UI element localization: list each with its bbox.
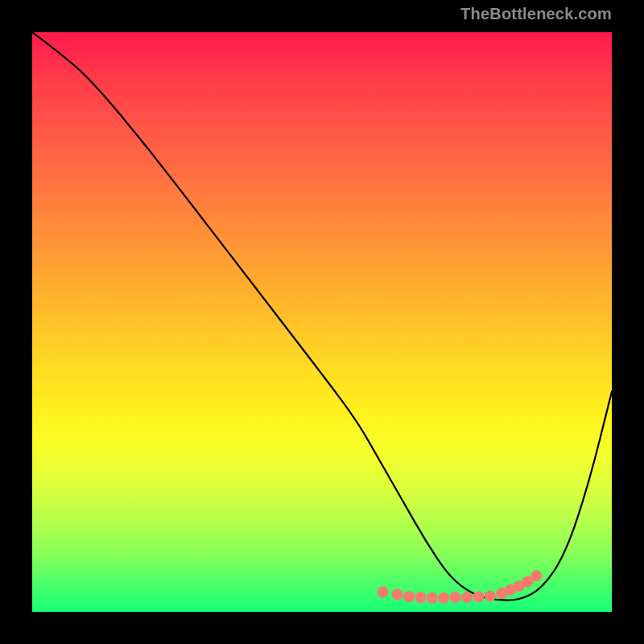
chart-svg — [32, 32, 612, 612]
highlight-dot — [427, 592, 438, 604]
highlight-dot — [530, 570, 542, 581]
highlight-dot — [403, 591, 415, 602]
highlight-dot — [415, 592, 426, 603]
plot-area — [32, 32, 612, 612]
highlight-dot — [378, 587, 389, 598]
highlight-dot — [450, 592, 461, 603]
watermark-text: TheBottleneck.com — [460, 5, 612, 23]
chart-frame: TheBottleneck.com — [0, 0, 644, 644]
highlight-dot — [485, 591, 496, 602]
curve-line — [32, 32, 612, 601]
highlight-dot — [438, 592, 449, 604]
highlight-dot — [392, 588, 403, 600]
curve-line-group — [32, 32, 612, 601]
highlight-dot — [473, 591, 484, 602]
highlight-dot — [461, 592, 473, 603]
